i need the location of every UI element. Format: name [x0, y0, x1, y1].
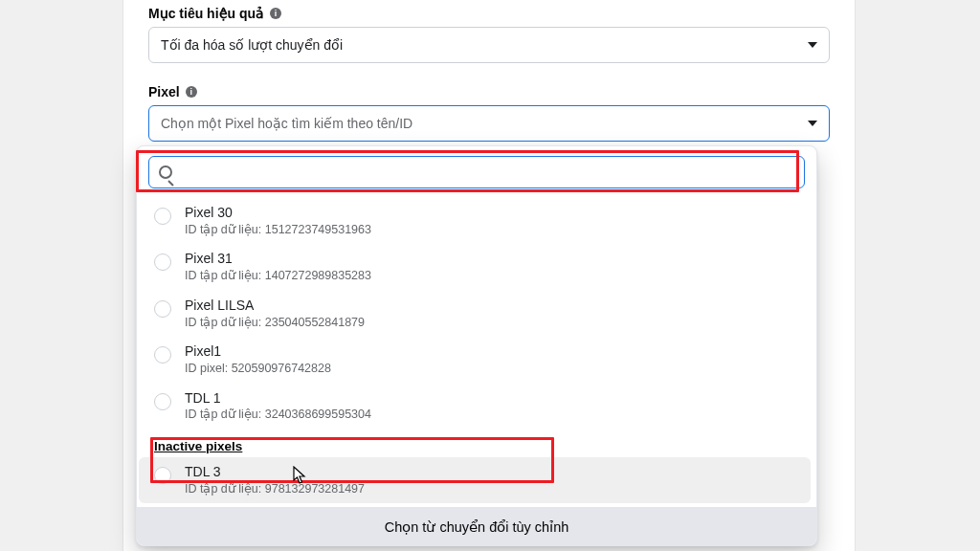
pixel-option-sub: ID tập dữ liệu: 235040552841879	[185, 315, 365, 332]
pixel-option-sub: ID tập dữ liệu: 978132973281497	[185, 481, 365, 498]
pixel-option[interactable]: Pixel 31 ID tập dữ liệu: 140727298983528…	[139, 244, 811, 290]
pixel-option-title: Pixel1	[185, 342, 331, 361]
page-root: Mục tiêu hiệu quả i Tối đa hóa số lượt c…	[0, 0, 980, 551]
pixel-option-inactive[interactable]: TDL 3 ID tập dữ liệu: 978132973281497	[139, 457, 811, 503]
pixel-option-title: Pixel 31	[185, 250, 371, 268]
pixel-option-title: Pixel 30	[185, 204, 371, 222]
radio-icon[interactable]	[154, 253, 171, 271]
pixel-option[interactable]: Pixel LILSA ID tập dữ liệu: 235040552841…	[139, 291, 811, 337]
pixel-option[interactable]: Pixel1 ID pixel: 520590976742828	[139, 337, 811, 383]
info-icon[interactable]: i	[186, 86, 197, 98]
pixel-option[interactable]: TDL 1 ID tập dữ liệu: 3240368699595304	[139, 384, 811, 430]
search-icon	[159, 165, 172, 179]
pixel-option-title: Pixel LILSA	[185, 297, 365, 315]
pixel-dropdown: Pixel 30 ID tập dữ liệu: 151272374953196…	[136, 145, 817, 546]
pixel-option-sub: ID pixel: 520590976742828	[185, 361, 331, 378]
pixel-option[interactable]: Pixel 30 ID tập dữ liệu: 151272374953196…	[139, 198, 811, 244]
custom-conversion-button[interactable]: Chọn từ chuyển đổi tùy chỉnh	[137, 507, 816, 545]
radio-icon[interactable]	[154, 300, 171, 318]
pixel-placeholder: Chọn một Pixel hoặc tìm kiếm theo tên/ID	[161, 116, 412, 131]
pixel-option-sub: ID tập dữ liệu: 1407272989835283	[185, 268, 371, 285]
performance-goal-label: Mục tiêu hiệu quả	[148, 6, 264, 21]
radio-icon[interactable]	[154, 346, 171, 364]
performance-goal-select[interactable]: Tối đa hóa số lượt chuyển đổi	[148, 27, 830, 63]
pixel-select[interactable]: Chọn một Pixel hoặc tìm kiếm theo tên/ID	[148, 105, 830, 142]
search-wrap	[137, 146, 816, 198]
pixel-label-row: Pixel i	[148, 84, 830, 99]
search-box[interactable]	[148, 156, 805, 188]
caret-down-icon	[808, 121, 817, 126]
pixel-option-title: TDL 3	[185, 463, 365, 481]
radio-icon[interactable]	[154, 393, 171, 410]
pixel-option-sub: ID tập dữ liệu: 3240368699595304	[185, 407, 371, 424]
caret-down-icon	[808, 42, 817, 48]
performance-goal-label-row: Mục tiêu hiệu quả i	[148, 6, 830, 21]
pixel-label: Pixel	[148, 84, 180, 99]
inactive-pixels-header: Inactive pixels	[139, 430, 811, 457]
custom-conversion-label: Chọn từ chuyển đổi tùy chỉnh	[385, 519, 569, 535]
search-input[interactable]	[180, 164, 794, 181]
radio-icon[interactable]	[154, 208, 171, 225]
performance-goal-value: Tối đa hóa số lượt chuyển đổi	[161, 37, 343, 53]
pixel-option-title: TDL 1	[185, 389, 371, 408]
pixel-options-list[interactable]: Pixel 30 ID tập dữ liệu: 151272374953196…	[137, 198, 816, 503]
pixel-option-sub: ID tập dữ liệu: 1512723749531963	[185, 222, 371, 239]
radio-icon[interactable]	[154, 467, 171, 484]
info-icon[interactable]: i	[270, 8, 281, 19]
